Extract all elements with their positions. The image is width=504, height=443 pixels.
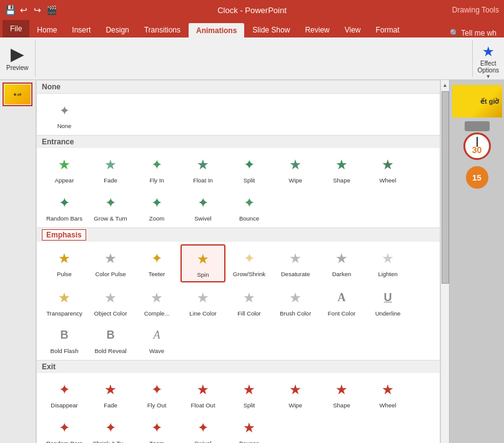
anim-floatout[interactable]: ★ Float Out [180,376,225,412]
anim-flyout[interactable]: ✦ Fly Out [134,376,179,412]
boldflash-label: Bold Flash [51,347,79,354]
anim-lighten[interactable]: ★ Lighten [365,244,410,282]
section-entrance-header: Entrance [37,135,440,148]
animation-panel: None ✦ None Entrance ★ Appear ★ Fade [36,80,440,443]
anim-randombars-entrance[interactable]: ✦ Random Bars [42,189,87,225]
drawing-tools-label: Drawing Tools [452,6,499,14]
anim-wipe-entrance[interactable]: ★ Wipe [273,151,318,187]
anim-fade-exit[interactable]: ★ Fade [88,376,133,412]
bounce-entrance-label: Bounce [239,215,259,222]
anim-teeter[interactable]: ✦ Teeter [134,244,179,282]
zoom-exit-icon: ✦ [146,417,168,439]
anim-wipe-exit[interactable]: ★ Wipe [273,376,318,412]
clock-hand [477,137,478,147]
slide-panel: 1 ết giờ [0,80,36,443]
anim-disappear[interactable]: ✦ Disappear [42,376,87,412]
swivel-exit-icon: ✦ [192,417,214,439]
animation-scroll-area[interactable]: None ✦ None Entrance ★ Appear ★ Fade [37,81,440,443]
anim-zoom-entrance[interactable]: ✦ Zoom [134,189,179,225]
boldflash-icon: B [53,324,76,347]
tab-animations[interactable]: Animations [188,22,245,37]
slide-1-thumb[interactable]: 1 ết giờ [2,82,32,106]
scroll-up-button[interactable]: ▲ [441,80,450,90]
anim-objectcolor[interactable]: ★ Object Color [88,284,133,320]
anim-randombars-exit[interactable]: ✦ Random Bars [42,414,87,443]
customize-icon[interactable]: 🎬 [46,5,56,15]
anim-pulse[interactable]: ★ Pulse [42,244,87,282]
anim-comple[interactable]: ★ Comple... [134,284,179,320]
anim-boldreveal[interactable]: B Bold Reveal [88,321,133,357]
anim-darken[interactable]: ★ Darken [319,244,364,282]
flyout-label: Fly Out [147,402,167,409]
darken-icon: ★ [330,247,353,270]
anim-shape-exit[interactable]: ★ Shape [319,376,364,412]
anim-fade[interactable]: ★ Fade [88,151,133,187]
anim-flyin[interactable]: ✦ Fly In [134,151,179,187]
anim-colorpulse[interactable]: ★ Color Pulse [88,244,133,282]
preview-icon: ▶ [11,44,24,64]
anim-split-exit[interactable]: ★ Split [227,376,272,412]
anim-bounce-exit[interactable]: ★ Bounce [227,414,272,443]
fontcolor-icon: A [330,287,353,309]
redo-icon[interactable]: ↪ [32,5,42,15]
anim-growshrink[interactable]: ✦ Grow/Shrink [227,244,272,282]
anim-swivel-entrance[interactable]: ✦ Swivel [180,189,225,225]
randombars-entrance-label: Random Bars [46,215,82,222]
anim-none[interactable]: ✦ None [42,96,87,132]
emphasis-grid: ★ Pulse ★ Color Pulse ✦ Teeter ★ Spin ✦ [37,242,440,360]
anim-appear[interactable]: ★ Appear [42,151,87,187]
wipe-exit-icon: ★ [284,379,307,401]
scroll-thumb[interactable] [442,91,449,284]
tab-insert[interactable]: Insert [64,22,98,37]
teeter-icon: ✦ [146,247,168,270]
save-icon[interactable]: 💾 [5,5,15,15]
tab-format[interactable]: Format [368,22,407,37]
anim-boldflash[interactable]: B Bold Flash [42,321,87,357]
disappear-label: Disappear [51,402,77,409]
anim-desaturate[interactable]: ★ Desaturate [273,244,318,282]
comple-label: Comple... [144,310,170,317]
undo-icon[interactable]: ↩ [19,5,29,15]
anim-wheel-entrance[interactable]: ★ Wheel [365,151,410,187]
tab-design[interactable]: Design [98,22,136,37]
anim-spin[interactable]: ★ Spin [180,244,225,282]
zoom-exit-label: Zoom [149,440,164,443]
anim-brushcolor[interactable]: ★ Brush Color [273,284,318,320]
floatin-icon: ★ [192,154,214,176]
anim-wheel-exit[interactable]: ★ Wheel [365,376,410,412]
anim-shrinktu[interactable]: ✦ Shrink & Tu... [88,414,133,443]
preview-button[interactable]: ▶ Preview [0,40,36,77]
anim-fontcolor[interactable]: A Font Color [319,284,364,320]
brushcolor-icon: ★ [284,287,307,309]
anim-floatin[interactable]: ★ Float In [180,151,225,187]
anim-split-entrance[interactable]: ✦ Split [227,151,272,187]
anim-wave[interactable]: A Wave [134,321,179,357]
anim-shape-entrance[interactable]: ★ Shape [319,151,364,187]
objectcolor-icon: ★ [99,287,122,309]
spin-icon: ★ [192,248,214,271]
tell-me-label[interactable]: 🔍 Tell me wh [450,29,502,37]
anim-transparency[interactable]: ★ Transparency [42,284,87,320]
anim-swivel-exit[interactable]: ✦ Swivel [180,414,225,443]
wheel-entrance-label: Wheel [380,177,397,184]
anim-fillcolor[interactable]: ★ Fill Color [227,284,272,320]
desaturate-label: Desaturate [281,271,310,277]
effect-options-button[interactable]: ★ EffectOptions ▼ [472,40,504,77]
anim-growturn[interactable]: ✦ Grow & Turn [88,189,133,225]
scrollbar[interactable]: ▲ ▼ [440,80,449,443]
tab-view[interactable]: View [337,22,368,37]
darken-label: Darken [332,271,352,277]
tab-file[interactable]: File [2,20,29,37]
tab-home[interactable]: Home [29,22,64,37]
wheel-exit-label: Wheel [380,402,397,409]
anim-zoom-exit[interactable]: ✦ Zoom [134,414,179,443]
tab-transitions[interactable]: Transitions [137,22,188,37]
objectcolor-label: Object Color [94,310,127,317]
none-icon: ✦ [53,99,76,122]
tab-slideshow[interactable]: Slide Show [245,22,297,37]
shrinktu-icon: ✦ [99,417,122,439]
tab-review[interactable]: Review [297,22,337,37]
anim-underline[interactable]: U Underline [365,284,410,320]
anim-linecolor[interactable]: ★ Line Color [180,284,225,320]
anim-bounce-entrance[interactable]: ✦ Bounce [227,189,272,225]
